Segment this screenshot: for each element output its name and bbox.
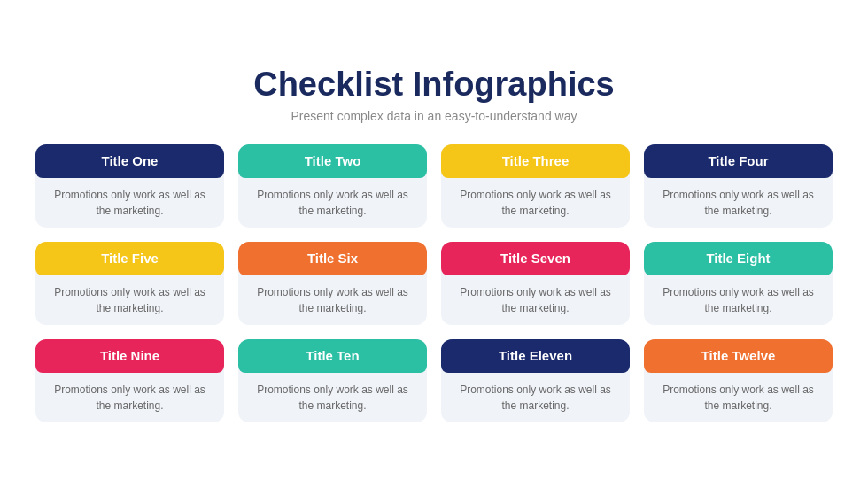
card-header-3: Title Three [441, 144, 630, 178]
card-title-5: Title Five [101, 251, 159, 266]
card-2: Title TwoPromotions only work as well as… [238, 144, 427, 228]
card-body-10: Promotions only work as well as the mark… [238, 373, 427, 422]
card-title-3: Title Three [502, 153, 570, 168]
card-6: Title SixPromotions only work as well as… [238, 242, 427, 325]
card-body-12: Promotions only work as well as the mark… [644, 373, 833, 422]
card-10: Title TenPromotions only work as well as… [238, 339, 427, 422]
card-title-4: Title Four [708, 153, 768, 168]
card-title-11: Title Eleven [499, 348, 572, 363]
card-1: Title OnePromotions only work as well as… [35, 144, 224, 228]
card-title-6: Title Six [307, 251, 358, 266]
card-header-4: Title Four [644, 144, 833, 178]
card-body-6: Promotions only work as well as the mark… [238, 275, 427, 325]
card-header-2: Title Two [238, 144, 427, 178]
card-8: Title EightPromotions only work as well … [644, 242, 833, 325]
card-grid: Title OnePromotions only work as well as… [35, 144, 833, 422]
card-header-10: Title Ten [238, 339, 427, 373]
card-header-6: Title Six [238, 242, 427, 275]
card-body-4: Promotions only work as well as the mark… [644, 178, 833, 228]
card-header-12: Title Twelve [644, 339, 833, 373]
card-title-12: Title Twelve [701, 348, 776, 363]
card-body-7: Promotions only work as well as the mark… [441, 275, 630, 325]
card-12: Title TwelvePromotions only work as well… [644, 339, 833, 422]
card-title-9: Title Nine [100, 348, 159, 363]
card-body-11: Promotions only work as well as the mark… [441, 373, 630, 422]
card-4: Title FourPromotions only work as well a… [644, 144, 833, 228]
card-header-5: Title Five [35, 242, 224, 275]
card-header-1: Title One [35, 144, 224, 178]
card-header-8: Title Eight [644, 242, 833, 275]
card-body-3: Promotions only work as well as the mark… [441, 178, 630, 228]
page-subtitle: Present complex data in an easy-to-under… [291, 109, 577, 123]
card-7: Title SevenPromotions only work as well … [441, 242, 630, 325]
card-5: Title FivePromotions only work as well a… [35, 242, 224, 325]
card-body-9: Promotions only work as well as the mark… [35, 373, 224, 422]
card-header-7: Title Seven [441, 242, 630, 275]
card-body-8: Promotions only work as well as the mark… [644, 275, 833, 325]
card-title-7: Title Seven [500, 251, 570, 266]
card-title-1: Title One [102, 153, 159, 168]
card-body-1: Promotions only work as well as the mark… [35, 178, 224, 228]
card-11: Title ElevenPromotions only work as well… [441, 339, 630, 422]
card-title-8: Title Eight [706, 251, 770, 266]
card-body-2: Promotions only work as well as the mark… [238, 178, 427, 228]
card-header-11: Title Eleven [441, 339, 630, 373]
card-header-9: Title Nine [35, 339, 224, 373]
card-title-2: Title Two [305, 153, 361, 168]
card-9: Title NinePromotions only work as well a… [35, 339, 224, 422]
card-title-10: Title Ten [306, 348, 359, 363]
page-title: Checklist Infographics [253, 66, 615, 104]
card-3: Title ThreePromotions only work as well … [441, 144, 630, 228]
card-body-5: Promotions only work as well as the mark… [35, 275, 224, 325]
